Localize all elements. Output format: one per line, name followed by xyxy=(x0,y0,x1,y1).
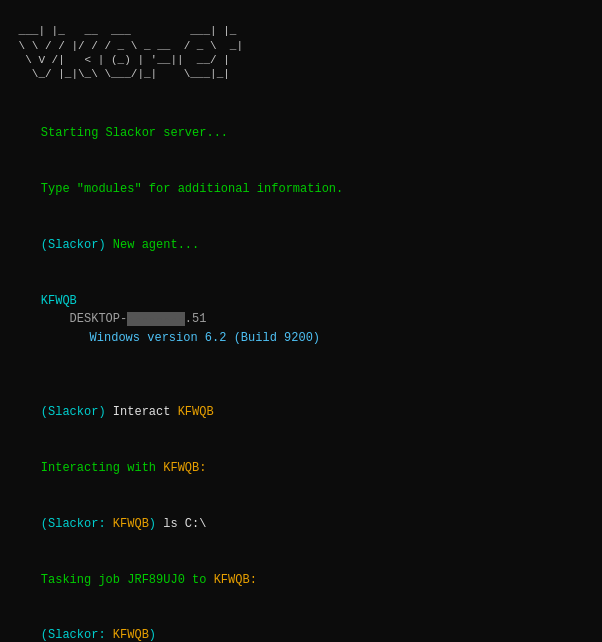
interact-line: (Slackor) Interact KFWQB xyxy=(12,385,590,441)
new-agent-line: (Slackor) New agent... xyxy=(12,217,590,273)
ls-command-line: (Slackor: KFWQB) ls C:\ xyxy=(12,496,590,552)
startup-line1: Starting Slackor server... xyxy=(12,106,590,162)
prompt-line: (Slackor: KFWQB) xyxy=(12,608,590,642)
blank1 xyxy=(12,366,590,385)
startup-line2: Type "modules" for additional informatio… xyxy=(12,162,590,218)
tasking-line: Tasking job JRF89UJ0 to KFWQB: xyxy=(12,552,590,608)
ascii-art-banner: ___| |_ __ ___ ___| |_ \ \ / / |/ / / _ … xyxy=(12,10,590,96)
interacting-line: Interacting with KFWQB: xyxy=(12,440,590,496)
terminal-window: ___| |_ __ ___ ___| |_ \ \ / / |/ / / _ … xyxy=(12,10,590,642)
agent-info-line: KFWQB DESKTOP---------.51 Windows versio… xyxy=(12,273,590,366)
